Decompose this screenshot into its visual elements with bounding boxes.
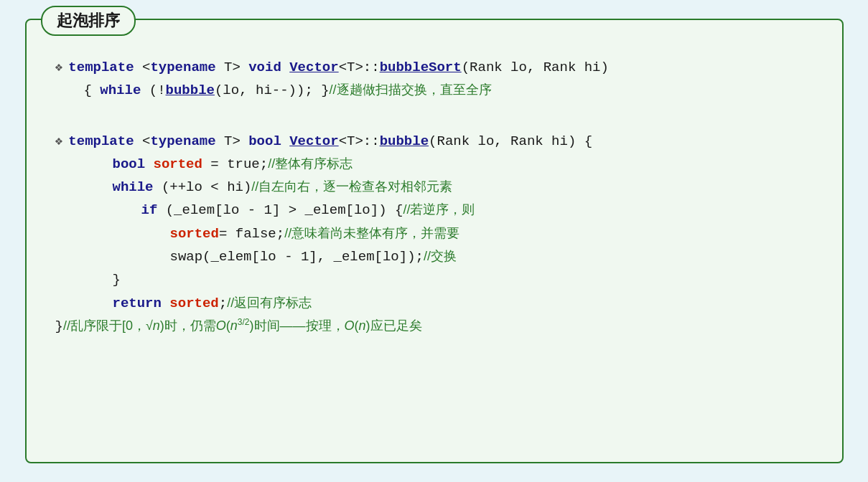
line-1: ❖ template <typename T> void Vector<T>::…: [55, 56, 813, 79]
return-stmt: return sorted;: [113, 292, 228, 315]
card-title: 起泡排序: [41, 6, 136, 36]
bubble-sort-section: ❖ template <typename T> void Vector<T>::…: [55, 56, 813, 103]
closing-brace-if: }: [113, 268, 121, 291]
if-stmt: if (_elem[lo - 1] > _elem[lo]) {: [141, 199, 403, 222]
line-4: bool sorted = true; //整体有序标志: [55, 153, 813, 176]
line-10: return sorted; //返回有序标志: [55, 292, 813, 315]
template-kw-2: template <typename T> bool Vector<T>::bu…: [68, 130, 592, 153]
comment-8: //乱序限于[0，√n)时，仍需O(n3/2)时间——按理，O(n)应已足矣: [63, 315, 422, 337]
comment-5: //意味着尚未整体有序，并需要: [284, 222, 459, 245]
while-stmt: while (++lo < hi): [113, 176, 252, 199]
comment-6: //交换: [424, 245, 457, 268]
comment-4: //若逆序，则: [403, 199, 475, 221]
sorted-false: sorted: [170, 222, 219, 245]
line-3: ❖ template <typename T> bool Vector<T>::…: [55, 130, 813, 153]
main-card: 起泡排序 ❖ template <typename T> void Vector…: [25, 19, 844, 463]
line2-content: { while (!bubble(lo, hi--)); }: [84, 79, 330, 102]
comment-1: //逐趟做扫描交换，直至全序: [330, 79, 492, 101]
bullet-1: ❖: [55, 57, 63, 79]
comment-3: //自左向右，逐一检查各对相邻元素: [251, 176, 452, 198]
bool-decl: bool sorted = true;: [113, 153, 269, 176]
line-11: } //乱序限于[0，√n)时，仍需O(n3/2)时间——按理，O(n)应已足矣: [55, 315, 813, 338]
divider: [55, 117, 813, 130]
swap-call: swap(_elem[lo - 1], _elem[lo]);: [170, 245, 424, 268]
line-5: while (++lo < hi) //自左向右，逐一检查各对相邻元素: [55, 176, 813, 199]
line-9: }: [55, 268, 813, 291]
comment-2: //整体有序标志: [268, 153, 353, 175]
closing-brace-fn: }: [55, 315, 63, 338]
false-assign: = false;: [219, 222, 284, 245]
comment-7: //返回有序标志: [227, 292, 312, 314]
bullet-2: ❖: [55, 131, 63, 153]
bubble-section: ❖ template <typename T> bool Vector<T>::…: [55, 130, 813, 339]
template-kw-1: template <typename T> void Vector<T>::bu…: [68, 56, 609, 79]
line-8: swap(_elem[lo - 1], _elem[lo]); //交换: [55, 245, 813, 268]
line-6: if (_elem[lo - 1] > _elem[lo]) { //若逆序，则: [55, 199, 813, 222]
content-area: ❖ template <typename T> void Vector<T>::…: [55, 56, 813, 338]
line-7: sorted = false; //意味着尚未整体有序，并需要: [55, 222, 813, 245]
line-2: { while (!bubble(lo, hi--)); } //逐趟做扫描交换…: [55, 79, 813, 102]
